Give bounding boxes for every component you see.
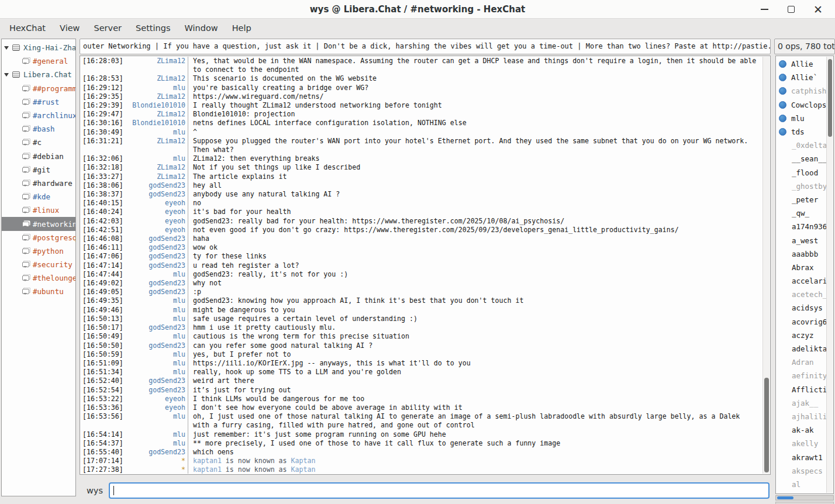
user-list-item[interactable]: aefinity — [776, 369, 826, 382]
menu-window[interactable]: Window — [178, 20, 225, 36]
close-button[interactable]: ✕ — [805, 0, 831, 19]
topic-input[interactable]: outer Networking | If you have a questio… — [80, 39, 771, 54]
channel-item-python[interactable]: #python — [2, 244, 75, 258]
server-icon — [12, 44, 20, 51]
message-timestamp: [16:46:08] — [82, 234, 123, 243]
channel-item-postgresql[interactable]: #postgresql — [2, 231, 75, 244]
message-input[interactable] — [109, 482, 770, 499]
user-list-item[interactable]: akelly — [776, 437, 826, 450]
user-list-item[interactable]: a_west — [776, 233, 826, 247]
user-list-item[interactable]: al — [776, 478, 826, 491]
message-nick: * — [127, 465, 185, 474]
channel-item-hardware[interactable]: #hardware — [2, 177, 75, 190]
message-timestamp: [16:28:03] — [82, 57, 123, 65]
menu-view[interactable]: View — [53, 20, 87, 36]
channel-item-bash[interactable]: #bash — [2, 122, 75, 136]
user-list-item[interactable]: tds — [776, 125, 826, 139]
channel-item-archlinux[interactable]: #archlinux — [2, 109, 75, 122]
user-list-item[interactable]: Cowclops` — [776, 98, 826, 112]
chat-message: [16:47:44]mlugodSend23: really, it's not… — [80, 270, 762, 279]
user-list-item[interactable]: _flood — [776, 166, 826, 179]
channel-item-linux[interactable]: #linux — [2, 203, 75, 217]
user-list-item[interactable]: Adran — [776, 355, 826, 369]
menu-hexchat[interactable]: HexChat — [2, 20, 53, 36]
message-nick: eyeoh — [127, 226, 185, 234]
user-list-item[interactable]: mlu — [776, 112, 826, 125]
user-list-item[interactable]: ajhalili24 — [776, 410, 826, 423]
channel-item-general[interactable]: #general — [2, 54, 75, 68]
user-list-item[interactable]: acetech_ — [776, 288, 826, 301]
event-nick: Kaptan — [291, 465, 316, 474]
chat-message: [16:52:54]godSend23it’s just for trying … — [80, 386, 762, 395]
message-text: godSend23: really bad for your health: h… — [193, 217, 762, 226]
user-list-item[interactable]: Allie — [776, 57, 826, 71]
user-list-item[interactable]: acovrig60 — [776, 315, 826, 329]
message-nick: * — [127, 457, 185, 465]
menu-settings[interactable]: Settings — [129, 20, 177, 36]
user-list-hscrollbar[interactable] — [775, 495, 834, 500]
network-row[interactable]: Xing-Hai-Zhan — [2, 41, 75, 54]
message-timestamp: [16:29:12] — [82, 84, 123, 92]
chat-log[interactable]: [16:28:03]ZLima12Yes, that would be in t… — [80, 57, 762, 474]
menu-help[interactable]: Help — [225, 20, 258, 36]
user-list-item[interactable]: _peter — [776, 193, 826, 206]
channel-item-kde[interactable]: #kde — [2, 190, 75, 203]
maximize-button[interactable] — [778, 0, 805, 19]
channel-item-programming[interactable]: ##programming — [2, 82, 75, 95]
message-text: :p — [193, 288, 762, 296]
user-list-item[interactable]: __sean__ — [776, 152, 826, 165]
user-list-item[interactable]: ajak__ — [776, 396, 826, 410]
menu-server[interactable]: Server — [87, 20, 129, 36]
message-timestamp: [16:53:22] — [82, 395, 123, 403]
channel-item-ubuntu[interactable]: #ubuntu — [2, 285, 75, 298]
user-list-item[interactable]: _ghostbyte — [776, 179, 826, 193]
channel-item-debian[interactable]: #debian — [2, 150, 75, 163]
channel-item-git[interactable]: #git — [2, 163, 75, 177]
message-timestamp: [16:29:39] — [82, 101, 123, 110]
user-nick: catphish — [791, 87, 826, 95]
user-list-item[interactable]: aczyz — [776, 329, 826, 342]
message-nick: godSend23 — [127, 386, 185, 395]
user-list-item[interactable]: akrawt1 — [776, 450, 826, 464]
network-row[interactable]: Libera.Chat — [2, 68, 75, 81]
user-list-scrollbar[interactable] — [826, 57, 833, 493]
user-list-item[interactable]: accelario — [776, 274, 826, 288]
user-nick: Affliction — [792, 385, 826, 394]
window-title: wys @ Libera.Chat / #networking - HexCha… — [0, 0, 835, 19]
chat-scrollbar[interactable] — [762, 57, 770, 474]
user-list-item[interactable]: catphish — [776, 84, 826, 98]
user-list-item[interactable]: Affliction — [776, 383, 826, 396]
message-nick: godSend23 — [127, 181, 185, 190]
user-list-scrollbar-thumb[interactable] — [828, 59, 832, 137]
user-list-item[interactable]: adeliktas — [776, 342, 826, 355]
user-list-item[interactable]: a174n936 — [776, 220, 826, 233]
user-list-item[interactable]: _0xdelta — [776, 139, 826, 152]
channel-item-rust[interactable]: ##rust — [2, 95, 75, 109]
message-timestamp: [16:38:37] — [82, 190, 123, 199]
expander-icon[interactable] — [4, 73, 9, 77]
channel-item-thelounge[interactable]: #thelounge — [2, 271, 75, 285]
message-text: really, hook up some TTS to a LLM and yo… — [193, 368, 762, 377]
message-timestamp: [16:40:15] — [82, 199, 123, 208]
user-list-item[interactable]: acidsys — [776, 301, 826, 315]
user-nick: _0xdelta — [792, 141, 826, 150]
user-list-item[interactable]: ak-ak — [776, 423, 826, 437]
channel-item-c[interactable]: #c — [2, 136, 75, 149]
message-text: ZLima12: then everything breaks — [193, 154, 762, 163]
channel-item-security[interactable]: #security — [2, 258, 75, 271]
channel-item-networking[interactable]: #networking — [2, 217, 75, 230]
chat-scrollbar-thumb[interactable] — [764, 378, 769, 472]
user-nick: a_west — [792, 236, 818, 245]
message-nick: godSend23 — [127, 377, 185, 385]
user-list-hscrollbar-thumb[interactable] — [777, 496, 793, 499]
minimize-button[interactable] — [751, 0, 778, 19]
user-list-item[interactable]: _qw_ — [776, 206, 826, 220]
chat-message: [16:29:12]mluyou're basically creating a… — [80, 84, 762, 92]
user-list-item[interactable]: akspecs — [776, 464, 826, 478]
user-list-item[interactable]: Allie` — [776, 71, 826, 84]
user-list-item[interactable]: aaabbb — [776, 247, 826, 261]
message-timestamp: [16:30:49] — [82, 128, 123, 137]
message-nick: ZLima12 — [127, 110, 185, 119]
expander-icon[interactable] — [4, 46, 9, 50]
user-list-item[interactable]: Abrax — [776, 261, 826, 274]
